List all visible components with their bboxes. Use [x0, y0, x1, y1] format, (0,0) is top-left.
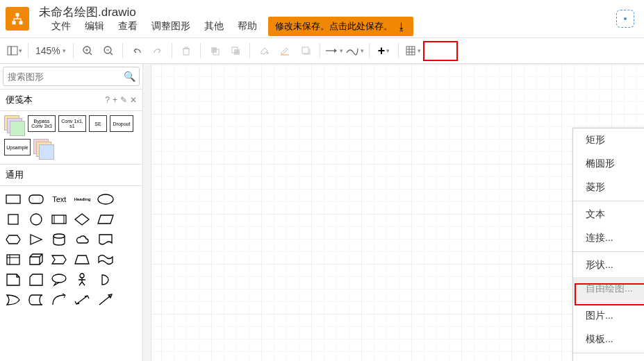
zoom-in-button[interactable] [78, 41, 97, 60]
dd-rhombus[interactable]: 菱形 [573, 176, 644, 199]
redo-button[interactable] [148, 41, 167, 60]
fill-color-button[interactable] [254, 41, 274, 60]
svg-rect-4 [8, 47, 11, 55]
svg-point-17 [266, 52, 268, 54]
svg-line-7 [90, 53, 92, 55]
scratch-stack[interactable] [33, 139, 54, 160]
app-header: 未命名绘图.drawio 文件 编辑 查看 调整图形 其他 帮助 修改未保存。点… [0, 0, 644, 37]
dd-rectangle[interactable]: 矩形 [573, 128, 644, 152]
svg-point-38 [52, 274, 66, 283]
dd-layout[interactable]: 布局 [573, 355, 644, 361]
insert-button[interactable]: + ▾ [374, 41, 395, 60]
view-dropdown[interactable]: ▾ [4, 41, 24, 60]
svg-rect-21 [406, 47, 415, 55]
shape-and[interactable] [95, 271, 116, 289]
scratch-item[interactable]: SE [89, 115, 107, 132]
shape-card[interactable] [26, 271, 47, 289]
shape-square[interactable] [3, 210, 24, 228]
shape-bidir-arrow[interactable] [72, 291, 92, 309]
waypoint-button[interactable]: ▾ [345, 41, 365, 60]
focus-mode-icon[interactable] [616, 10, 634, 28]
shape-circle[interactable] [26, 210, 47, 228]
shape-document[interactable] [95, 230, 116, 249]
help-icon[interactable]: ? [105, 95, 110, 105]
shape-tape[interactable] [95, 251, 116, 269]
search-icon[interactable]: 🔍 [124, 71, 135, 82]
dd-connect[interactable]: 连接... [573, 226, 644, 250]
shape-rounded-rect[interactable] [26, 190, 47, 208]
dd-text[interactable]: 文本 [573, 203, 644, 226]
shape-ellipse[interactable] [95, 190, 116, 208]
dd-freehand[interactable]: 自由绘图... [573, 277, 644, 301]
scratch-item[interactable]: Dropout [110, 115, 133, 132]
shape-heading[interactable]: Heading [72, 190, 92, 208]
menu-file[interactable]: 文件 [46, 19, 76, 34]
connection-button[interactable]: ▾ [324, 41, 344, 60]
svg-point-28 [98, 194, 113, 204]
sidebar: 🔍 便笺本 ? + ✎ ✕ Bypass Conv 3x3 Conv 1x1, … [0, 64, 143, 361]
document-title[interactable]: 未命名绘图.drawio [39, 4, 136, 20]
shape-or[interactable] [3, 291, 24, 309]
undo-button[interactable] [127, 41, 147, 60]
dd-image[interactable]: 图片... [573, 304, 644, 328]
svg-rect-18 [281, 54, 289, 56]
menu-help[interactable]: 帮助 [232, 19, 263, 34]
shape-step[interactable] [49, 251, 69, 269]
to-front-button[interactable] [205, 41, 224, 60]
shape-palette: Text Heading [0, 186, 142, 313]
shape-rect[interactable] [3, 190, 24, 208]
shape-internal-storage[interactable] [3, 251, 24, 269]
add-icon[interactable]: + [113, 95, 117, 105]
svg-rect-35 [7, 255, 19, 265]
menu-bar: 文件 编辑 查看 调整图形 其他 帮助 [46, 19, 263, 34]
shape-cube[interactable] [26, 251, 47, 269]
shape-arrow[interactable] [95, 291, 116, 309]
svg-point-30 [31, 214, 42, 225]
line-color-button[interactable] [275, 41, 295, 60]
shape-process[interactable] [49, 210, 69, 228]
scratchpad-header[interactable]: 便笺本 ? + ✎ ✕ [0, 90, 142, 111]
close-icon[interactable]: ✕ [130, 95, 137, 105]
shape-actor[interactable] [72, 271, 92, 289]
delete-button[interactable] [176, 41, 196, 60]
shape-text[interactable]: Text [49, 190, 69, 208]
shape-hexagon[interactable] [3, 230, 24, 249]
scratch-stack[interactable] [4, 115, 25, 136]
shape-cylinder[interactable] [49, 230, 69, 249]
shape-trapezoid[interactable] [72, 251, 92, 269]
shape-diamond[interactable] [72, 210, 92, 228]
toolbar: ▾ 145%▾ ▾ ▾ + ▾ ▾ [0, 37, 644, 64]
menu-view[interactable]: 查看 [113, 19, 143, 34]
scratch-item[interactable]: Upsample [4, 139, 31, 156]
general-header[interactable]: 通用 [0, 165, 142, 186]
shape-cloud[interactable] [72, 230, 92, 249]
canvas[interactable]: 矩形 椭圆形 菱形 文本 连接... 形状... 自由绘图... 图片... 模… [143, 64, 644, 361]
dd-shape[interactable]: 形状... [573, 253, 644, 277]
save-notice[interactable]: 修改未保存。点击此处保存。 ⭳ [268, 17, 413, 36]
menu-edit[interactable]: 编辑 [79, 19, 110, 34]
search-input[interactable] [3, 67, 140, 86]
menu-extras[interactable]: 其他 [199, 19, 229, 34]
svg-rect-29 [8, 215, 18, 224]
app-logo[interactable] [6, 7, 29, 31]
vertical-scrollbar[interactable] [143, 64, 151, 361]
edit-icon[interactable]: ✎ [120, 95, 127, 105]
shadow-button[interactable] [296, 41, 315, 60]
plus-icon: + [378, 44, 386, 58]
shape-note[interactable] [3, 271, 24, 289]
zoom-out-button[interactable] [99, 41, 118, 60]
to-back-button[interactable] [226, 41, 245, 60]
dd-ellipse[interactable]: 椭圆形 [573, 152, 644, 176]
shape-parallelogram[interactable] [95, 210, 116, 228]
shape-triangle[interactable] [26, 230, 47, 249]
shape-data-storage[interactable] [26, 291, 47, 309]
scratch-item[interactable]: Bypass Conv 3x3 [28, 115, 56, 132]
dd-template[interactable]: 模板... [573, 328, 644, 351]
table-button[interactable]: ▾ [403, 41, 422, 60]
zoom-level[interactable]: 145%▾ [33, 45, 69, 56]
menu-arrange[interactable]: 调整图形 [146, 19, 196, 34]
svg-rect-27 [29, 195, 43, 203]
shape-callout[interactable] [49, 271, 69, 289]
shape-curve[interactable] [49, 291, 69, 309]
scratch-item[interactable]: Conv 1x1, s1 [58, 115, 86, 132]
